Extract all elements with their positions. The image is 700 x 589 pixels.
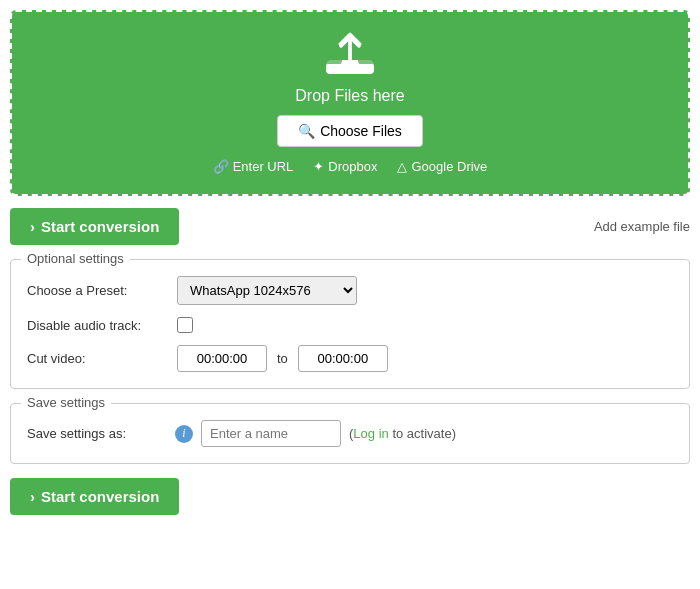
login-prompt: (Log in to activate) (349, 426, 456, 441)
drop-zone[interactable]: Drop Files here 🔍 Choose Files 🔗 Enter U… (10, 10, 690, 196)
cut-from-input[interactable] (177, 345, 267, 372)
add-example-link[interactable]: Add example file (594, 219, 690, 234)
chevron-icon-bottom: › (30, 488, 35, 505)
drop-zone-text: Drop Files here (32, 87, 668, 105)
google-drive-icon: △ (397, 159, 407, 174)
save-settings-legend: Save settings (21, 395, 111, 410)
optional-settings-section: Optional settings Choose a Preset: Whats… (10, 259, 690, 389)
choose-files-button[interactable]: 🔍 Choose Files (277, 115, 423, 147)
disable-audio-label: Disable audio track: (27, 318, 167, 333)
save-name-input[interactable] (201, 420, 341, 447)
google-drive-link[interactable]: △ Google Drive (397, 159, 487, 174)
link-icon: 🔗 (213, 159, 229, 174)
optional-settings-legend: Optional settings (21, 251, 130, 266)
enter-url-link[interactable]: 🔗 Enter URL (213, 159, 294, 174)
cut-video-row: Cut video: to (27, 345, 673, 372)
start-conversion-button-top[interactable]: › Start conversion (10, 208, 179, 245)
start-conversion-button-bottom[interactable]: › Start conversion (10, 478, 179, 515)
action-row: › Start conversion Add example file (10, 208, 690, 245)
preset-row: Choose a Preset: WhatsApp 1024x576 Defau… (27, 276, 673, 305)
disable-audio-checkbox[interactable] (177, 317, 193, 333)
upload-icon (32, 32, 668, 79)
to-label: to (277, 351, 288, 366)
info-icon[interactable]: i (175, 425, 193, 443)
cut-video-label: Cut video: (27, 351, 167, 366)
save-as-label: Save settings as: (27, 426, 167, 441)
dropbox-icon: ✦ (313, 159, 324, 174)
search-icon: 🔍 (298, 123, 315, 139)
chevron-icon: › (30, 218, 35, 235)
dropbox-link[interactable]: ✦ Dropbox (313, 159, 377, 174)
cut-to-input[interactable] (298, 345, 388, 372)
login-link[interactable]: Log in (353, 426, 388, 441)
disable-audio-row: Disable audio track: (27, 317, 673, 333)
save-settings-section: Save settings Save settings as: i (Log i… (10, 403, 690, 464)
preset-select[interactable]: WhatsApp 1024x576 Default Custom (177, 276, 357, 305)
preset-label: Choose a Preset: (27, 283, 167, 298)
save-row: Save settings as: i (Log in to activate) (27, 420, 673, 447)
